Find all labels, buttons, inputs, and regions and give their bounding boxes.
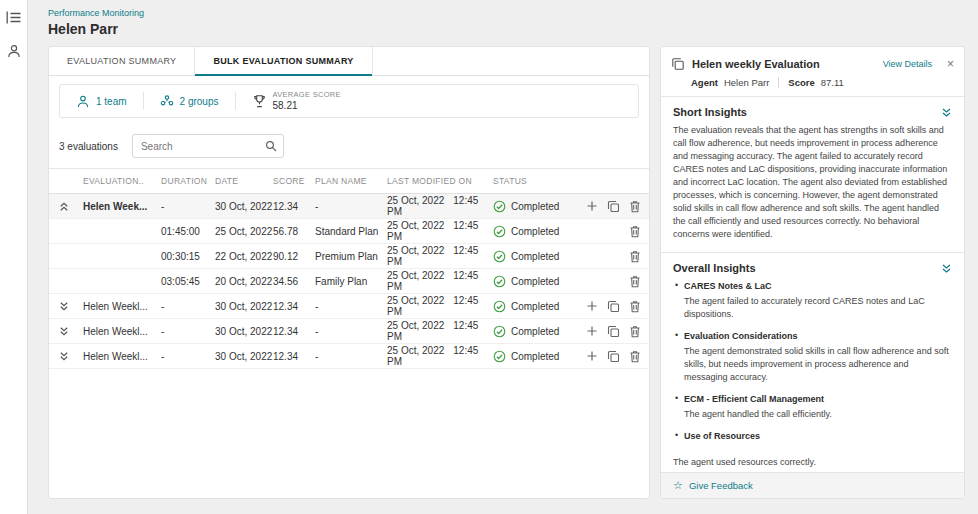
score-cell: 56.78	[273, 226, 315, 237]
average-score-label: AVERAGE SCORE	[273, 91, 341, 100]
completed-check-icon	[493, 250, 506, 263]
score-cell: 12.34	[273, 301, 315, 312]
modified-cell: 25 Oct, 202212:45 PM	[387, 195, 493, 217]
completed-check-icon	[493, 300, 506, 313]
insight-title: CARES Notes & LaC	[684, 280, 952, 293]
team-stat[interactable]: 1 team	[60, 85, 143, 117]
insight-title: Use of Resources	[684, 430, 952, 443]
main-content: Performance Monitoring Helen Parr EVALUA…	[28, 0, 978, 514]
close-icon[interactable]: ×	[947, 58, 954, 70]
insight-text: The agent demonstrated solid skills in c…	[684, 345, 952, 384]
insight-item: Evaluation Considerations The agent demo…	[675, 330, 952, 384]
plan-cell: -	[315, 351, 387, 362]
status-label: Completed	[511, 351, 559, 362]
duration-cell: -	[161, 351, 215, 362]
score-cell: 12.34	[273, 201, 315, 212]
collapse-section-icon[interactable]	[941, 263, 952, 274]
groups-stat[interactable]: 2 groups	[144, 85, 235, 117]
feedback-bar: ☆ Give Feedback	[661, 472, 964, 498]
add-icon[interactable]	[586, 200, 598, 212]
date-cell: 25 Oct, 2022	[215, 226, 273, 237]
view-details-link[interactable]: View Details	[883, 59, 932, 69]
copy-icon[interactable]	[607, 350, 620, 363]
modified-date: 25 Oct, 2022	[387, 295, 444, 306]
overall-insights-header: Overall Insights	[661, 252, 964, 280]
menu-toggle-button[interactable]	[5, 8, 23, 26]
delete-icon[interactable]	[629, 275, 641, 288]
collapse-section-icon[interactable]	[941, 107, 952, 118]
insight-text: The agent handled the call efficiently.	[684, 408, 952, 421]
date-cell: 30 Oct, 2022	[215, 301, 273, 312]
row-actions	[573, 200, 641, 213]
status-cell: Completed	[493, 350, 573, 363]
breadcrumb[interactable]: Performance Monitoring	[48, 8, 965, 18]
row-actions	[573, 225, 641, 238]
delete-icon[interactable]	[629, 325, 641, 338]
delete-icon[interactable]	[629, 200, 641, 213]
completed-check-icon	[493, 275, 506, 288]
modified-cell: 25 Oct, 202212:45 PM	[387, 270, 493, 292]
row-actions	[573, 300, 641, 313]
table-row[interactable]: Helen Weekl... - 30 Oct, 2022 12.34 - 25…	[49, 294, 649, 319]
expand-row-icon[interactable]	[59, 351, 83, 362]
agent-label: Agent	[691, 77, 718, 88]
delete-icon[interactable]	[629, 250, 641, 263]
delete-icon[interactable]	[629, 300, 641, 313]
add-icon[interactable]	[586, 325, 598, 337]
short-insights-header: Short Insights	[661, 97, 964, 124]
table-row-child[interactable]: 01:45:00 25 Oct, 2022 56.78 Standard Pla…	[49, 219, 649, 244]
plan-cell: -	[315, 326, 387, 337]
header-last-modified: LAST MODIFIED ON	[387, 176, 493, 186]
team-count-label: 1 team	[96, 96, 127, 107]
tab-bulk-evaluation-summary[interactable]: BULK EVALUATION SUMMARY	[195, 47, 372, 75]
modified-date: 25 Oct, 2022	[387, 195, 444, 206]
expand-row-icon[interactable]	[59, 301, 83, 312]
average-score-stat: AVERAGE SCORE 58.21	[236, 85, 357, 117]
table-row[interactable]: Helen Weekl... - 30 Oct, 2022 12.34 - 25…	[49, 319, 649, 344]
average-score-value: 58.21	[273, 100, 341, 112]
overall-insights-list: CARES Notes & LaC The agent failed to ac…	[661, 280, 964, 454]
collapse-row-icon[interactable]	[59, 201, 83, 212]
completed-check-icon	[493, 200, 506, 213]
insight-title: Evaluation Considerations	[684, 330, 952, 343]
score-cell: 12.34	[273, 351, 315, 362]
insights-panel-title: Helen weekly Evaluation	[692, 58, 820, 70]
search-box	[132, 134, 284, 158]
plan-cell: Standard Plan	[315, 226, 387, 237]
insight-item: Use of Resources	[675, 430, 952, 443]
resources-note: The agent used resources correctly.	[661, 456, 964, 469]
evaluation-name: Helen Week...	[83, 201, 161, 212]
copy-icon[interactable]	[607, 200, 620, 213]
completed-check-icon	[493, 325, 506, 338]
plan-cell: Family Plan	[315, 276, 387, 287]
table-row[interactable]: Helen Weekl... - 30 Oct, 2022 12.34 - 25…	[49, 344, 649, 369]
menu-icon	[6, 11, 21, 24]
profile-button[interactable]	[5, 42, 23, 60]
search-input[interactable]	[139, 140, 265, 153]
date-cell: 30 Oct, 2022	[215, 326, 273, 337]
table-row-child[interactable]: 03:05:45 20 Oct, 2022 34.56 Family Plan …	[49, 269, 649, 294]
table-row-child[interactable]: 00:30:15 22 Oct, 2022 90.12 Premium Plan…	[49, 244, 649, 269]
table-row[interactable]: Helen Week... - 30 Oct, 2022 12.34 - 25 …	[49, 194, 649, 219]
row-actions	[573, 325, 641, 338]
delete-icon[interactable]	[629, 350, 641, 363]
groups-icon	[160, 95, 174, 108]
delete-icon[interactable]	[629, 225, 641, 238]
search-icon[interactable]	[265, 140, 277, 152]
status-label: Completed	[511, 251, 559, 262]
row-actions	[573, 275, 641, 288]
status-cell: Completed	[493, 200, 573, 213]
tab-evaluation-summary[interactable]: EVALUATION SUMMARY	[49, 47, 195, 75]
header-status: STATUS	[493, 176, 573, 186]
add-icon[interactable]	[586, 300, 598, 312]
expand-row-icon[interactable]	[59, 326, 83, 337]
copy-icon[interactable]	[607, 300, 620, 313]
give-feedback-link[interactable]: Give Feedback	[689, 480, 753, 491]
copy-icon[interactable]	[607, 325, 620, 338]
add-icon[interactable]	[586, 350, 598, 362]
status-cell: Completed	[493, 325, 573, 338]
status-label: Completed	[511, 276, 559, 287]
evaluation-name: Helen Weekl...	[83, 301, 161, 312]
insight-item: CARES Notes & LaC The agent failed to ac…	[675, 280, 952, 321]
status-label: Completed	[511, 301, 559, 312]
